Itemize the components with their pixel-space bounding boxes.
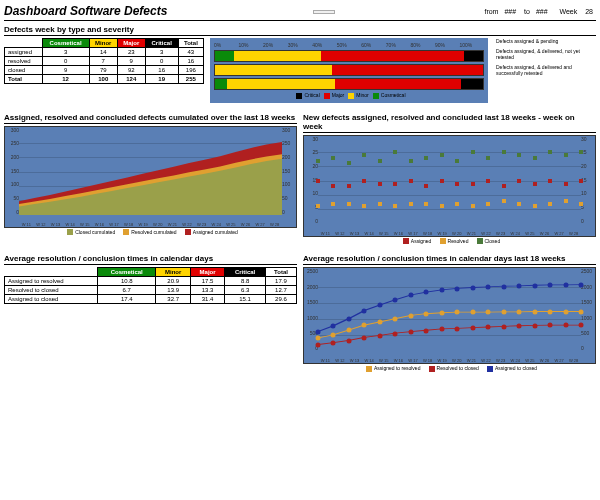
- section3R-title: Average resolution / conclusion times in…: [303, 254, 596, 265]
- section3L-title: Average resolution / conclusion times in…: [4, 254, 297, 265]
- header-button[interactable]: [313, 10, 335, 14]
- svg-marker-2: [19, 158, 282, 214]
- header: Dashboard Software Defects from### to###…: [4, 4, 596, 21]
- header-range: from### to### Week 28: [481, 8, 596, 15]
- resolution-table: Cosmetical Minor Major Critical Total As…: [4, 267, 297, 304]
- area-chart: 300250200150100500300250200150100500 W 1…: [4, 126, 297, 228]
- stacked-bar-chart: 0%10%20%30%40%50%60%70%80%90%100% Critic…: [210, 38, 488, 103]
- page-title: Dashboard Software Defects: [4, 4, 167, 18]
- section2R-title: New defects assigned, resolved and concl…: [303, 113, 596, 133]
- bar-row-labels: Defects assigned & pendingDefects assign…: [494, 38, 596, 103]
- section1-title: Defects week by type and severity: [4, 25, 596, 36]
- line-chart: 2500200015001000500025002000150010005000…: [303, 267, 596, 364]
- scatter-chart: 302520151050302520151050 W 11W 12W 13W 1…: [303, 135, 596, 237]
- defects-table: Cosmetical Minor Major Critical Total as…: [4, 38, 204, 84]
- section2L-title: Assigned, resolved and concluded defects…: [4, 113, 297, 124]
